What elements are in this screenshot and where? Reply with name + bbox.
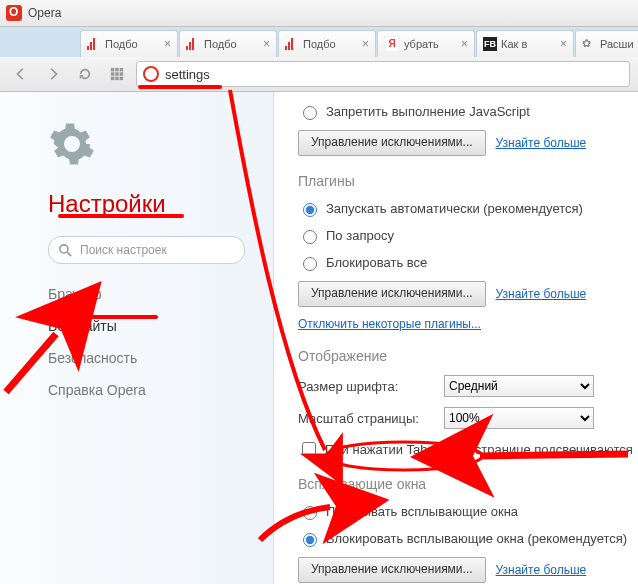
tab-close-icon[interactable]: × — [362, 37, 369, 51]
puzzle-icon: ✿ — [582, 37, 596, 51]
browser-tab[interactable]: Подбо× — [179, 30, 277, 57]
titlebar: Opera — [0, 0, 638, 27]
plugins-auto-radio[interactable] — [303, 203, 317, 217]
popups-show-radio[interactable] — [303, 506, 317, 520]
browser-tab[interactable]: Яубрать× — [377, 30, 475, 57]
zoom-label: Масштаб страницы: — [298, 411, 434, 426]
tab-close-icon[interactable]: × — [263, 37, 270, 51]
font-size-select[interactable]: Средний — [444, 375, 594, 397]
yandex-icon: Я — [384, 36, 400, 52]
plugins-manage-button[interactable]: Управление исключениями... — [298, 281, 486, 307]
tab-label: Подбо — [204, 38, 237, 50]
tab-label: убрать — [404, 38, 439, 50]
popups-learn-link[interactable]: Узнайте больше — [496, 563, 587, 577]
chart-icon — [186, 38, 200, 50]
toolbar: settings — [0, 57, 638, 92]
plugins-disable-link[interactable]: Отключить некоторые плагины... — [298, 317, 481, 331]
chart-icon — [87, 38, 101, 50]
plugins-ondemand-label: По запросу — [326, 228, 394, 243]
popups-heading: Всплывающие окна — [298, 464, 638, 498]
speed-dial-button[interactable] — [104, 61, 130, 87]
gear-icon — [48, 120, 96, 168]
js-deny-label: Запретить выполнение JavaScript — [326, 104, 530, 119]
tab-strip: Подбо×Подбо×Подбо×Яубрать×FBКак в×✿Расши… — [0, 27, 638, 57]
zoom-select[interactable]: 100% — [444, 407, 594, 429]
js-manage-button[interactable]: Управление исключениями... — [298, 130, 486, 156]
search-input[interactable] — [78, 242, 234, 258]
plugins-block-radio[interactable] — [303, 257, 317, 271]
popups-block-label: Блокировать всплывающие окна (рекомендуе… — [326, 531, 627, 546]
tab-label: Расши — [600, 38, 634, 50]
svg-rect-3 — [111, 72, 115, 76]
tab-highlight-label: При нажатии Tab на веб-странице подсвечи… — [325, 442, 633, 457]
svg-rect-6 — [111, 77, 115, 81]
svg-point-9 — [60, 244, 68, 252]
tab-label: Подбо — [105, 38, 138, 50]
search-icon — [59, 244, 72, 257]
popups-show-label: Показывать всплывающие окна — [326, 504, 518, 519]
plugins-ondemand-radio[interactable] — [303, 230, 317, 244]
sidebar-item[interactable]: Справка Opera — [48, 374, 245, 406]
chart-icon — [285, 38, 299, 50]
plugins-learn-link[interactable]: Узнайте больше — [496, 287, 587, 301]
plugins-heading: Плагины — [298, 161, 638, 195]
opera-badge-icon — [143, 66, 159, 82]
svg-rect-4 — [115, 72, 119, 76]
svg-rect-8 — [120, 77, 124, 81]
js-learn-link[interactable]: Узнайте больше — [496, 136, 587, 150]
app-title: Opera — [28, 6, 61, 20]
fb-icon: FB — [483, 37, 497, 51]
sidebar-item[interactable]: Браузер — [48, 278, 245, 310]
plugins-block-label: Блокировать все — [326, 255, 427, 270]
forward-button[interactable] — [40, 61, 66, 87]
svg-rect-1 — [115, 68, 119, 72]
browser-tab[interactable]: FBКак в× — [476, 30, 574, 57]
tab-close-icon[interactable]: × — [461, 37, 468, 51]
address-text: settings — [165, 67, 210, 82]
settings-sidebar: Настройки БраузерВеб-сайтыБезопасностьСп… — [0, 92, 274, 584]
svg-rect-2 — [120, 68, 124, 72]
settings-content: Запретить выполнение JavaScript Управлен… — [274, 92, 638, 584]
browser-tab[interactable]: Подбо× — [80, 30, 178, 57]
browser-tab[interactable]: ✿Расши× — [575, 30, 638, 57]
tab-close-icon[interactable]: × — [560, 37, 567, 51]
settings-heading: Настройки — [48, 190, 245, 218]
svg-rect-7 — [115, 77, 119, 81]
tab-label: Подбо — [303, 38, 336, 50]
sidebar-item[interactable]: Безопасность — [48, 342, 245, 374]
address-bar[interactable]: settings — [136, 61, 630, 87]
settings-search[interactable] — [48, 236, 245, 264]
tab-label: Как в — [501, 38, 527, 50]
browser-tab[interactable]: Подбо× — [278, 30, 376, 57]
popups-block-radio[interactable] — [303, 533, 317, 547]
back-button[interactable] — [8, 61, 34, 87]
svg-rect-5 — [120, 72, 124, 76]
popups-manage-button[interactable]: Управление исключениями... — [298, 557, 486, 583]
js-deny-radio[interactable] — [303, 106, 317, 120]
svg-rect-0 — [111, 68, 115, 72]
opera-icon — [6, 5, 22, 21]
tab-highlight-checkbox[interactable] — [302, 442, 316, 456]
reload-button[interactable] — [72, 61, 98, 87]
display-heading: Отображение — [298, 336, 638, 370]
plugins-auto-label: Запускать автоматически (рекомендуется) — [326, 201, 583, 216]
font-size-label: Размер шрифта: — [298, 379, 434, 394]
sidebar-item[interactable]: Веб-сайты — [48, 310, 245, 342]
tab-close-icon[interactable]: × — [164, 37, 171, 51]
